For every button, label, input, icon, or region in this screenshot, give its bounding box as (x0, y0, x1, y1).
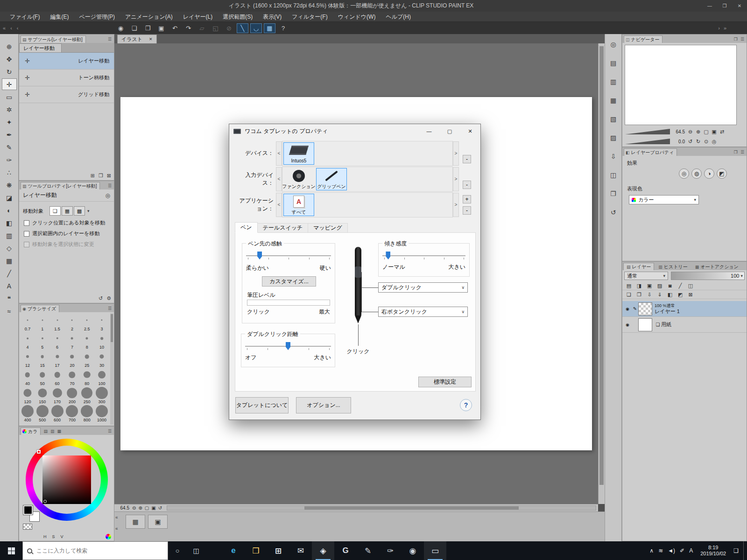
pen-tool-icon[interactable]: ✒ (2, 129, 17, 140)
reset-tool-settings-icon[interactable]: ↺ (99, 295, 103, 301)
layer-color-effect-icon[interactable]: ◑ (704, 168, 714, 179)
lock-layer-icon[interactable]: ▣ (645, 282, 654, 289)
menu-item[interactable]: 表示(V) (258, 12, 287, 22)
hue-wheel[interactable] (26, 439, 108, 521)
subtool-panel-tab[interactable]: ▤ サブツール[レイヤー移動] (21, 35, 86, 43)
brush-size-cell[interactable]: 5 (35, 331, 50, 350)
layer-thumbnail[interactable] (638, 318, 652, 331)
expression-color-select[interactable]: カラー ▾ (629, 195, 699, 204)
edge-browser-icon[interactable]: e (222, 541, 245, 560)
task-view-button[interactable]: ◫ (187, 541, 205, 560)
minimize-button[interactable]: — (702, 0, 717, 12)
brush-size-cell[interactable]: 300 (94, 386, 109, 404)
subtool-group-tab[interactable]: レイヤー移動 (19, 43, 62, 52)
color-wheel-panel-tab[interactable]: カラ (21, 427, 41, 435)
clip-studio-logo-icon[interactable]: ◉ (115, 23, 127, 33)
brush-size-cell[interactable]: 500 (35, 404, 50, 422)
move-layer-tool-icon[interactable]: ✛ (2, 78, 17, 90)
brush-size-cell[interactable]: 70 (65, 368, 80, 386)
brush-size-cell[interactable]: 3 (94, 313, 109, 331)
frame-border-tool-icon[interactable]: ▦ (2, 255, 17, 266)
brush-size-cell[interactable]: 50 (35, 368, 50, 386)
network-icon[interactable]: ≋ (658, 547, 663, 554)
navigator-preview[interactable] (625, 45, 737, 125)
panel-menu-icon[interactable]: ☰ (108, 306, 114, 312)
file-explorer-icon[interactable]: ❒ (245, 541, 267, 560)
search-input[interactable] (36, 547, 153, 554)
brush-size-cell[interactable]: 7 (65, 331, 80, 350)
brush-size-cell[interactable]: 8 (79, 331, 94, 350)
set-as-ruler-icon[interactable]: ╱ (676, 282, 685, 289)
menu-item[interactable]: 選択範囲(S) (218, 12, 258, 22)
collapse-left-dock-icon[interactable]: « (3, 25, 6, 31)
figure-tool-icon[interactable]: ◇ (2, 242, 17, 254)
zoom-in-icon[interactable]: ⊕ (138, 505, 142, 511)
delete-layer-icon[interactable]: ⊠ (686, 291, 695, 298)
main-color-swatch[interactable] (23, 505, 33, 515)
mail-app-icon[interactable]: ✉ (289, 541, 312, 560)
brush-size-cell[interactable]: 25 (79, 350, 94, 368)
lock-transparent-pixels-icon[interactable]: ▨ (655, 282, 664, 289)
wacom-desktop-center-icon[interactable]: ▭ (424, 541, 446, 560)
action-center-button[interactable]: ❑ (733, 547, 739, 554)
material-image-panel-icon[interactable]: ▧ (607, 112, 620, 126)
panel-menu-icon[interactable]: ☰ (108, 183, 114, 189)
dialog-close-button[interactable]: ✕ (460, 124, 480, 138)
pencil-tool-icon[interactable]: ✎ (2, 141, 17, 153)
device-item-intuos5[interactable]: Intuos5 (283, 142, 314, 165)
tab-mapping[interactable]: マッピング (308, 223, 347, 233)
fit-to-screen-icon[interactable]: ▢ (145, 505, 149, 511)
input-item-functions[interactable]: ファンクション (283, 168, 314, 190)
clear-selection-icon[interactable]: ⊘ (223, 23, 235, 33)
checkbox-box[interactable] (24, 220, 29, 226)
color-slider-tab-icon[interactable]: ▤ (43, 429, 48, 434)
two-pane-view-icon[interactable]: ◫ (686, 282, 695, 289)
rotate-reset-icon[interactable]: ↺ (158, 505, 162, 511)
collapse-right-dock-icon[interactable]: › (718, 25, 720, 31)
notes-app-icon[interactable]: ✎ (357, 541, 379, 560)
help-button[interactable]: ? (460, 399, 472, 411)
tool-property-panel-tab[interactable]: ▥ ツールプロパティ[レイヤー移動] (21, 182, 100, 189)
invert-selection-icon[interactable]: ◱ (210, 23, 221, 33)
value-slider-icon[interactable]: V (61, 534, 63, 539)
brush-size-cell[interactable]: 40 (20, 368, 35, 386)
flip-horizontal-icon[interactable]: ⇄ (719, 129, 726, 135)
app-scroll-left-button[interactable]: < (276, 193, 282, 217)
line-correction-tool-icon[interactable]: ≈ (2, 305, 17, 317)
tone-effect-icon[interactable]: ◍ (691, 168, 702, 179)
fit-to-window-icon[interactable]: ▢ (703, 129, 710, 135)
brush-size-scrollbar[interactable] (110, 313, 113, 425)
quick-access-panel-icon[interactable]: ◎ (607, 38, 620, 51)
clip-studio-icon[interactable]: G (334, 541, 357, 560)
target-grid-icon[interactable]: ▦ (62, 206, 73, 216)
input-scroll-left-button[interactable]: < (276, 167, 282, 191)
zoom-100-icon[interactable]: ▣ (711, 129, 718, 135)
rotate-left-icon[interactable]: ↺ (687, 139, 694, 145)
transparent-color-swatch[interactable] (23, 524, 32, 530)
pen-feel-slider[interactable] (246, 251, 331, 261)
timeline-palette-button[interactable]: ▦ (126, 515, 145, 529)
lower-side-switch-select[interactable]: 右ボタンクリック ∨ (378, 307, 468, 317)
reset-view-icon[interactable]: ◎ (711, 139, 718, 145)
animation-cels-palette-button[interactable]: ▣ (148, 515, 168, 529)
material-pattern-panel-icon[interactable]: ▥ (607, 75, 620, 88)
brush-size-cell[interactable]: 1 (35, 313, 50, 331)
brush-size-cell[interactable]: 120 (20, 386, 35, 404)
merge-with-lower-layer-icon[interactable]: ⇓ (655, 291, 664, 298)
chevron-down-icon[interactable]: ▾ (87, 209, 90, 213)
subtool-tone-move[interactable]: ✛ トーン柄移動 (19, 70, 114, 86)
create-layer-mask-icon[interactable]: ◧ (665, 291, 675, 298)
tool-option-checkbox[interactable]: 選択範囲内のレイヤーを移動 (19, 228, 114, 239)
brush-size-cell[interactable]: 1000 (94, 404, 109, 422)
menu-item[interactable]: ウィンドウ(W) (333, 12, 381, 22)
pen-settings-icon[interactable]: ✐ (680, 547, 684, 554)
dialog-maximize-button[interactable]: ▢ (439, 124, 460, 138)
device-scroll-right-button[interactable]: > (453, 141, 459, 166)
panel-menu-icon[interactable]: ☰ (108, 429, 114, 435)
brush-size-cell[interactable]: 600 (50, 404, 65, 422)
undo-icon[interactable]: ↶ (169, 23, 181, 33)
enable-mask-icon[interactable]: ◙ (665, 282, 675, 289)
brush-size-cell[interactable]: 17 (50, 350, 65, 368)
opacity-slider[interactable]: 100 ▾ (671, 272, 745, 280)
zoom-in-icon[interactable]: ⊕ (695, 129, 702, 135)
